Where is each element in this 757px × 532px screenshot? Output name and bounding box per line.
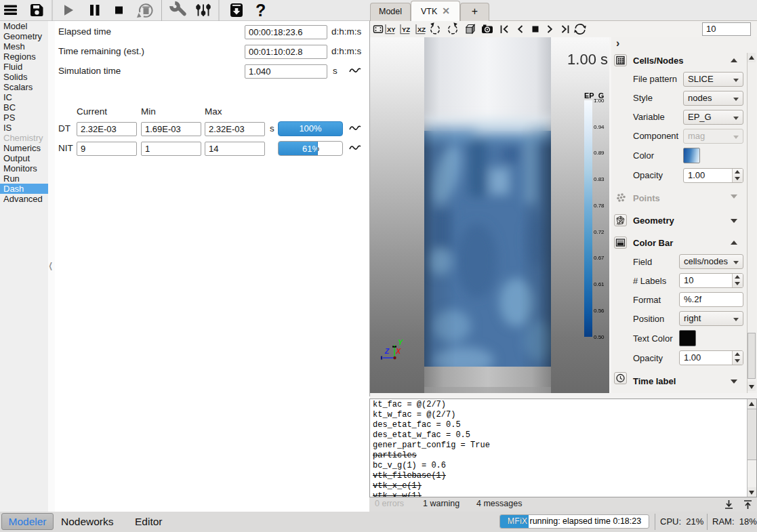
svg-text:0.78: 0.78 bbox=[594, 203, 605, 209]
svg-text:Z: Z bbox=[384, 347, 390, 355]
svg-text:0.89: 0.89 bbox=[594, 150, 605, 156]
svg-text:XY: XY bbox=[387, 26, 396, 33]
svg-text:0.56: 0.56 bbox=[594, 308, 605, 314]
svg-text:0.72: 0.72 bbox=[594, 229, 605, 235]
svg-text:XZ: XZ bbox=[417, 26, 426, 33]
svg-text:1.00 s: 1.00 s bbox=[567, 51, 608, 68]
svg-text:X: X bbox=[395, 347, 401, 355]
svg-text:Y: Y bbox=[398, 338, 403, 346]
svg-text:0.94: 0.94 bbox=[594, 124, 605, 130]
svg-text:0.61: 0.61 bbox=[594, 281, 605, 287]
svg-text:0.67: 0.67 bbox=[594, 255, 605, 261]
svg-text:1.00: 1.00 bbox=[594, 98, 605, 104]
svg-text:0.50: 0.50 bbox=[594, 334, 605, 340]
svg-text:YZ: YZ bbox=[402, 26, 410, 33]
svg-text:0.83: 0.83 bbox=[594, 176, 605, 182]
svg-text:?: ? bbox=[255, 1, 266, 20]
